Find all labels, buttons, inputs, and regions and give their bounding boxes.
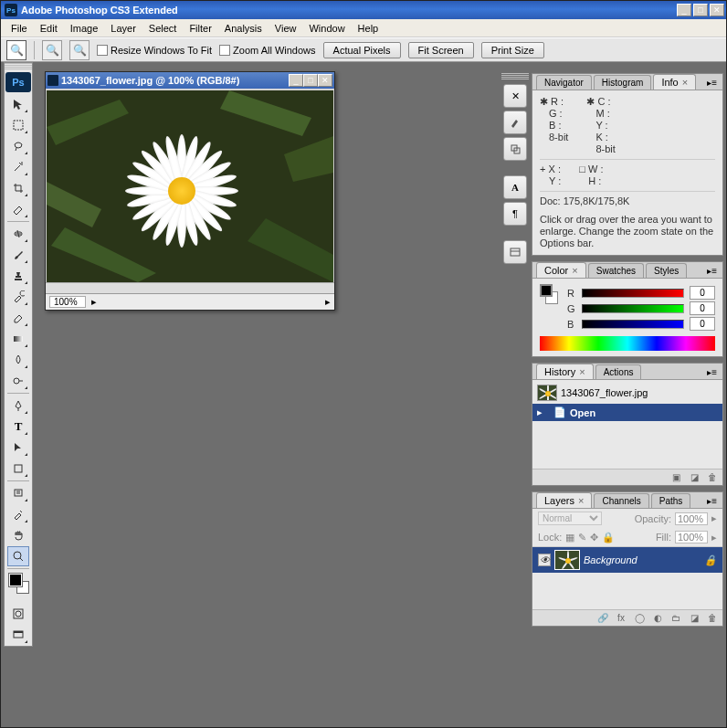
tab-styles[interactable]: Styles	[646, 263, 687, 278]
character-strip-icon[interactable]: A	[503, 175, 527, 199]
lock-transparency-icon[interactable]: ▦	[565, 532, 574, 543]
visibility-icon[interactable]: 👁	[538, 554, 551, 566]
layer-mask-icon[interactable]: ◯	[633, 612, 646, 625]
current-tool-icon[interactable]: 🔍	[6, 40, 26, 60]
tab-layers[interactable]: Layers×	[536, 492, 592, 508]
zoom-field[interactable]: 100%	[49, 296, 86, 308]
menu-view[interactable]: View	[269, 21, 303, 36]
actual-pixels-button[interactable]: Actual Pixels	[323, 42, 401, 58]
layer-fx-icon[interactable]: fx	[615, 612, 627, 625]
b-value[interactable]	[690, 317, 715, 331]
crop-tool[interactable]	[7, 178, 29, 198]
fill-value[interactable]: 100%	[675, 531, 708, 543]
wand-tool[interactable]	[7, 157, 29, 177]
menu-edit[interactable]: Edit	[34, 21, 64, 36]
menu-filter[interactable]: Filter	[183, 21, 217, 36]
marquee-tool[interactable]	[7, 115, 29, 135]
color-panel-menu-icon[interactable]: ▸≡	[705, 264, 719, 278]
minimize-button[interactable]: _	[677, 4, 691, 16]
hand-tool[interactable]	[7, 525, 29, 545]
lasso-tool[interactable]	[7, 136, 29, 156]
close-button[interactable]: ✕	[710, 4, 724, 16]
eyedropper-tool[interactable]	[7, 504, 29, 524]
type-tool[interactable]: T	[7, 417, 29, 437]
blur-tool[interactable]	[7, 350, 29, 370]
notes-tool[interactable]	[7, 483, 29, 503]
history-brush-tool[interactable]	[7, 287, 29, 307]
new-doc-from-state-icon[interactable]: ▣	[669, 471, 682, 484]
lock-all-icon[interactable]: 🔒	[602, 532, 615, 543]
fit-screen-button[interactable]: Fit Screen	[408, 42, 474, 58]
layercomps-strip-icon[interactable]	[503, 240, 527, 264]
clone-strip-icon[interactable]	[503, 137, 527, 161]
link-layers-icon[interactable]: 🔗	[596, 612, 609, 625]
adjustment-layer-icon[interactable]: ◐	[651, 612, 664, 625]
r-slider[interactable]	[582, 289, 684, 298]
menu-layer[interactable]: Layer	[104, 21, 142, 36]
layer-background[interactable]: 👁 Background 🔒	[532, 547, 722, 573]
history-panel-menu-icon[interactable]: ▸≡	[705, 365, 719, 379]
g-slider[interactable]	[582, 304, 684, 313]
tab-histogram[interactable]: Histogram	[594, 75, 652, 90]
menu-select[interactable]: Select	[142, 21, 184, 36]
color-spectrum[interactable]	[540, 336, 715, 351]
pen-tool[interactable]	[7, 396, 29, 416]
opacity-value[interactable]: 100%	[675, 512, 708, 525]
layer-thumbnail[interactable]	[554, 550, 580, 570]
tab-paths[interactable]: Paths	[651, 493, 691, 508]
lock-move-icon[interactable]: ✥	[590, 532, 598, 543]
history-snapshot[interactable]: 1343067_flower.jpg	[532, 382, 722, 404]
resize-windows-checkbox[interactable]: Resize Windows To Fit	[97, 45, 212, 56]
brush-tool[interactable]	[7, 245, 29, 265]
document-titlebar[interactable]: 1343067_flower.jpg @ 100% (RGB/8#) _ □ ✕	[46, 72, 334, 89]
zoom-tool[interactable]	[7, 546, 29, 566]
menu-analysis[interactable]: Analysis	[218, 21, 269, 36]
new-layer-icon[interactable]: ◪	[688, 612, 701, 625]
zoom-in-icon[interactable]: 🔍	[42, 40, 62, 60]
status-menu-icon[interactable]: ▸	[325, 296, 331, 308]
stamp-tool[interactable]	[7, 266, 29, 286]
tab-color[interactable]: Color×	[536, 262, 586, 278]
tab-info[interactable]: Info×	[653, 74, 696, 90]
color-swatches[interactable]	[7, 572, 29, 601]
status-arrow-icon[interactable]: ▸	[91, 296, 97, 308]
move-tool[interactable]	[7, 94, 29, 114]
menu-window[interactable]: Window	[302, 21, 351, 36]
menu-help[interactable]: Help	[352, 21, 385, 36]
lock-paint-icon[interactable]: ✎	[578, 532, 586, 543]
zoom-all-checkbox[interactable]: Zoom All Windows	[219, 45, 315, 56]
new-group-icon[interactable]: 🗀	[669, 612, 682, 625]
brushes-strip-icon[interactable]	[503, 111, 527, 134]
blend-mode-select[interactable]: Normal	[538, 512, 602, 525]
eraser-tool[interactable]	[7, 308, 29, 328]
doc-maximize-button[interactable]: □	[303, 74, 318, 87]
doc-close-button[interactable]: ✕	[318, 74, 332, 87]
strip-button-1[interactable]: ✕	[503, 84, 527, 108]
screenmode-tool[interactable]	[7, 625, 29, 645]
layers-panel-menu-icon[interactable]: ▸≡	[705, 494, 719, 508]
b-slider[interactable]	[582, 320, 684, 329]
r-value[interactable]	[690, 286, 715, 300]
tab-actions[interactable]: Actions	[595, 364, 642, 379]
slice-tool[interactable]	[7, 199, 29, 219]
menu-file[interactable]: File	[5, 21, 34, 36]
paragraph-strip-icon[interactable]: ¶	[503, 202, 527, 226]
tab-channels[interactable]: Channels	[594, 493, 648, 508]
delete-layer-icon[interactable]: 🗑	[706, 612, 719, 625]
new-snapshot-icon[interactable]: ◪	[688, 471, 701, 484]
gradient-tool[interactable]	[7, 329, 29, 349]
doc-minimize-button[interactable]: _	[289, 74, 303, 87]
heal-tool[interactable]	[7, 224, 29, 244]
print-size-button[interactable]: Print Size	[481, 42, 544, 58]
info-panel-menu-icon[interactable]: ▸≡	[705, 76, 719, 90]
delete-state-icon[interactable]: 🗑	[706, 471, 719, 484]
g-value[interactable]	[690, 301, 715, 315]
path-select-tool[interactable]	[7, 438, 29, 458]
menu-image[interactable]: Image	[64, 21, 105, 36]
zoom-out-icon[interactable]: 🔍	[69, 40, 90, 60]
dodge-tool[interactable]	[7, 371, 29, 391]
history-state-open[interactable]: ▸ 📄 Open	[532, 404, 722, 421]
foreground-color-swatch[interactable]	[9, 574, 22, 586]
doc-h-scrollbar[interactable]	[46, 282, 334, 293]
tab-swatches[interactable]: Swatches	[588, 263, 644, 278]
